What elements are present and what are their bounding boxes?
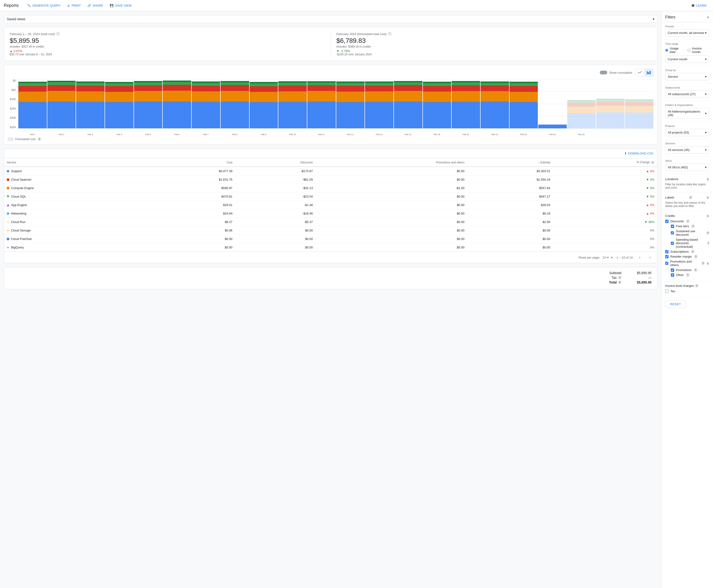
cumulative-switch[interactable]: [600, 71, 607, 75]
rows-per-page-select[interactable]: 10 25 50: [601, 255, 610, 259]
bar-segment: [221, 85, 249, 91]
labels-description: Select the key and values of the labels …: [665, 201, 709, 208]
subtotal-row: Subtotal $5,895.95: [10, 271, 652, 275]
reseller-margin-checkbox[interactable]: [665, 255, 669, 258]
help-forecast-icon[interactable]: ?: [38, 138, 41, 141]
print-button[interactable]: 🖨 PRINT: [64, 2, 84, 9]
locations-collapse-button[interactable]: ∨: [707, 177, 709, 181]
table-toolbar: ⬇ DOWNLOAD CSV: [4, 149, 657, 158]
page-next-button[interactable]: ›: [647, 254, 653, 261]
page-prev-button[interactable]: ‹: [636, 254, 643, 261]
generate-query-button[interactable]: 🔍 GENERATE QUERY: [24, 2, 63, 9]
bar-group: [221, 81, 249, 128]
subscriptions-checkbox-item: Subscriptions ?: [665, 250, 709, 253]
download-csv-button[interactable]: ⬇ DOWNLOAD CSV: [624, 152, 653, 155]
promotions-others-collapse-button[interactable]: ∧: [707, 261, 709, 266]
bar-segment: [76, 83, 105, 86]
other-checkbox[interactable]: [671, 273, 674, 277]
services-filter-select[interactable]: All services (45) ▾: [665, 146, 709, 153]
invoice-level-help-icon[interactable]: ?: [695, 284, 698, 288]
discounts-cell: $0.00: [235, 243, 316, 252]
learn-button[interactable]: 🎓 LEARN: [688, 2, 709, 9]
change-down-icon: ▼: [336, 49, 339, 53]
usage-date-radio[interactable]: Usage date: [665, 47, 684, 54]
line-chart-button[interactable]: [635, 69, 644, 76]
skus-select[interactable]: All SKUs (402) ▾: [665, 164, 709, 171]
subscriptions-checkbox[interactable]: [665, 250, 669, 253]
bar-chart-plot: [18, 79, 653, 129]
projects-select[interactable]: All projects (53) ▾: [665, 129, 709, 136]
tax-checkbox[interactable]: [665, 290, 669, 293]
service-cell: Compute Engine: [4, 184, 149, 192]
bar-segment: [278, 85, 307, 91]
bar-segment: [394, 102, 422, 128]
forecast-cost-help-icon[interactable]: ⓘ: [388, 32, 391, 36]
save-view-button[interactable]: 💾 SAVE VIEW: [107, 2, 134, 9]
col-cost: Cost: [149, 158, 235, 167]
bar-segment: [596, 100, 625, 102]
spending-based-help-icon[interactable]: ?: [707, 241, 709, 245]
bar-segment: [192, 83, 220, 86]
promotions-others-checkbox[interactable]: [665, 261, 668, 265]
learn-icon: 🎓: [691, 4, 695, 7]
tax-help-icon[interactable]: ?: [618, 276, 622, 279]
free-tiers-help-icon[interactable]: ?: [691, 225, 695, 228]
labels-help-icon[interactable]: ?: [689, 196, 692, 199]
spending-based-label: Spending based discounts (contractual): [676, 238, 705, 248]
reseller-margin-help-icon[interactable]: ?: [694, 255, 697, 258]
share-icon: 🔗: [87, 4, 91, 7]
group-by-select[interactable]: Service ▾: [665, 73, 709, 80]
discounts-checkbox[interactable]: [665, 220, 669, 223]
folders-orgs-select[interactable]: All folders/organizations (28) ▾: [665, 108, 709, 119]
bar-group: [423, 82, 452, 128]
subscriptions-help-icon[interactable]: ?: [691, 250, 694, 253]
free-tiers-checkbox[interactable]: [671, 225, 674, 228]
filters-collapse-button[interactable]: »: [707, 15, 709, 20]
discounts-cell: $0.00: [235, 235, 316, 243]
projects-label: Projects: [665, 125, 709, 127]
current-month-select[interactable]: Current month ▾: [665, 56, 709, 63]
change-help-icon[interactable]: ?: [651, 161, 654, 164]
current-cost-help-icon[interactable]: ⓘ: [56, 32, 60, 36]
cost-cell: $0.00: [149, 243, 235, 252]
promotions-others-help-icon[interactable]: ?: [701, 261, 705, 265]
col-change: % Change ?: [553, 158, 657, 167]
subtotal-cell: $2.90: [467, 218, 553, 226]
show-cumulative-toggle[interactable]: Show cumulative: [600, 71, 632, 75]
subtotal-cell: $28.03: [467, 201, 553, 209]
sustained-use-help-icon[interactable]: ?: [707, 231, 709, 234]
bar-chart-button[interactable]: [644, 69, 653, 76]
share-button[interactable]: 🔗 SHARE: [85, 2, 106, 9]
credits-collapse-button[interactable]: ∧: [707, 214, 709, 218]
labels-collapse-button[interactable]: ∨: [707, 195, 709, 200]
bar-segment: [625, 106, 653, 112]
rows-dropdown-icon: ▾: [611, 256, 613, 259]
bar-segment: [336, 86, 365, 91]
reset-button[interactable]: RESET: [665, 300, 686, 308]
current-cost-stat: February 1 – 26, 2024 (total cost) ⓘ $5,…: [10, 32, 325, 56]
x-label: Feb 26: [538, 133, 567, 135]
presets-select[interactable]: Current month, all services ▾: [665, 29, 709, 37]
bar-segment: [134, 82, 163, 85]
saved-views-select[interactable]: Saved views ▾: [4, 15, 657, 23]
subaccounts-select[interactable]: All subaccounts (27) ▾: [665, 90, 709, 98]
promotions-help-icon[interactable]: ?: [694, 269, 697, 272]
invoice-month-radio[interactable]: Invoice month: [688, 47, 709, 54]
discounts-help-icon[interactable]: ?: [686, 220, 689, 223]
bar-segment: [481, 91, 509, 102]
bar-segment: [538, 125, 567, 128]
sustained-use-checkbox[interactable]: [671, 231, 674, 234]
promotions-checkbox[interactable]: [671, 269, 674, 272]
change-up-icon: ▲: [10, 49, 13, 53]
reseller-margin-label: Reseller margin: [670, 255, 692, 258]
bar-segment: [250, 102, 278, 128]
service-cell: ✕Cloud Storage: [4, 226, 149, 235]
services-filter-label: Services: [665, 142, 709, 145]
other-help-icon[interactable]: ?: [686, 273, 689, 277]
app-title: Reports: [4, 3, 19, 8]
bar-segment: [221, 82, 249, 85]
spending-based-checkbox[interactable]: [671, 241, 674, 245]
bar-segment: [423, 86, 452, 91]
total-help-icon[interactable]: ?: [618, 281, 622, 284]
bar-segment: [365, 91, 394, 102]
